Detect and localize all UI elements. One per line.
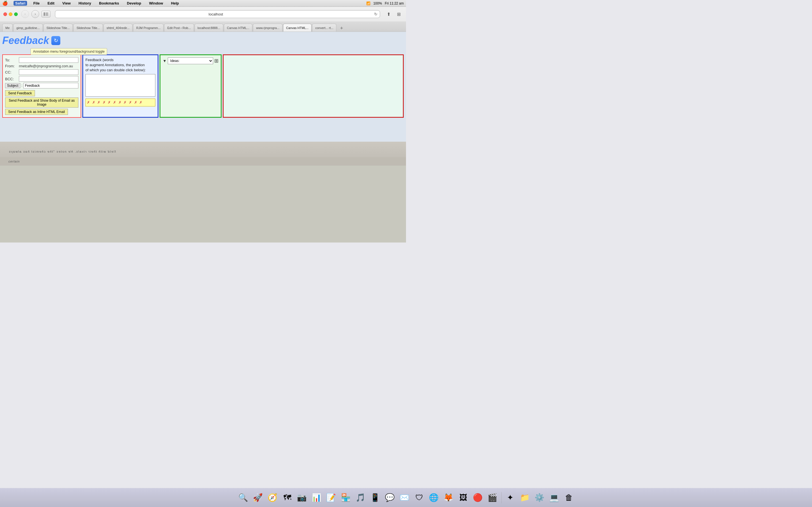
feedback-textarea[interactable] [86,74,155,97]
refresh-button[interactable]: ↻ [51,36,60,45]
ideas-panel: ▼ Ideas: Idea 1 Idea 2 ⊞ [160,54,221,118]
menu-edit[interactable]: Edit [46,1,56,6]
dropdown-triangle-icon: ▼ [163,59,167,63]
send-feedback-image-button[interactable]: Send Feedback and Show Body of Email as … [5,98,79,108]
cc-input[interactable] [19,69,79,75]
browser-toolbar: ‹ › ↻ ⬆ ⊞ [0,7,406,21]
apple-menu[interactable]: 🍎 [2,1,8,6]
browser-tabs: Me gimp_guillotine... Slideshow Title...… [0,21,406,32]
subject-sep: : [21,83,22,88]
from-row: From: rmetcalfe@rjmprogramming.com.au [5,64,79,68]
cc-label: CC: [5,70,18,74]
from-value: rmetcalfe@rjmprogramming.com.au [19,64,73,68]
battery-label: 100% [373,1,382,5]
menu-history[interactable]: History [77,1,93,6]
menu-bookmarks[interactable]: Bookmarks [97,1,121,6]
svg-rect-3 [45,15,48,15]
address-bar-container[interactable]: ↻ [55,10,380,18]
tab-rjm[interactable]: RJM Programm... [133,24,163,32]
reload-button[interactable]: ↻ [374,12,377,16]
feedback-text-panel: Feedback (words to augment Annotations, … [82,54,158,118]
to-input[interactable] [19,57,79,63]
send-feedback-inline-button[interactable]: Send Feedback as Inline HTML Email [5,109,68,115]
sidebar-button[interactable] [42,11,50,17]
new-tab-button[interactable]: ⊞ [395,10,403,18]
close-button[interactable] [3,12,7,16]
svg-rect-1 [45,13,48,13]
wifi-icon: 📶 [366,1,370,5]
tab-me[interactable]: Me [2,24,13,32]
page-content: Feedback ↻ Annotation menu foreground/ba… [0,32,406,242]
annotation-strip: ✗ ✗ ✗ ✗ ✗ ✗ ✗ ✗ ✗ ✗ ✗ [86,99,155,107]
menu-bar-right: 📶 100% Fri 11:22 am [366,1,404,5]
menu-window[interactable]: Window [147,1,165,6]
send-feedback-button[interactable]: Send Feedback [5,90,35,96]
tab-canvas2[interactable]: Canvas HTML... [283,24,312,32]
subject-input[interactable] [23,83,79,89]
minimize-button[interactable] [9,12,12,16]
tab-www[interactable]: www.rjmprogra... [253,24,283,32]
forward-button[interactable]: › [31,10,39,18]
empty-panel [223,54,404,118]
annotation-tooltip: Annotation menu foreground/background to… [31,48,107,55]
menu-develop[interactable]: Develop [125,1,143,6]
menu-safari[interactable]: Safari [13,1,27,6]
menu-view[interactable]: View [61,1,72,6]
ideas-stepper-icon[interactable]: ⊞ [214,58,218,64]
bcc-row: BCC: [5,76,79,82]
tab-canvas1[interactable]: Canvas HTML... [224,24,252,32]
panels-area: To: From: rmetcalfe@rjmprogramming.com.a… [2,54,404,118]
svg-rect-0 [44,12,45,16]
add-tab-button[interactable]: + [338,25,345,32]
cc-row: CC: [5,69,79,75]
doc-text-2: certain [8,160,20,163]
annotation-chars: ✗ ✗ ✗ ✗ ✗ ✗ ✗ ✗ ✗ ✗ ✗ [87,100,143,105]
feedback-panel-label: Feedback (words to augment Annotations, … [86,57,155,73]
ideas-select[interactable]: Ideas: Idea 1 Idea 2 [168,57,213,64]
tab-convert[interactable]: convert... rt... [312,24,336,32]
menu-help[interactable]: Help [169,1,181,6]
maximize-button[interactable] [14,12,18,16]
toolbar-right: ⬆ ⊞ [385,10,403,18]
tab-localhost[interactable]: localhost:8888... [195,24,223,32]
ideas-select-row: ▼ Ideas: Idea 1 Idea 2 ⊞ [163,57,218,64]
bcc-input[interactable] [19,76,79,82]
doc-mirrored-text: field with their rivals. He notes "the c… [8,150,116,153]
bcc-label: BCC: [5,77,18,81]
traffic-lights [3,12,18,16]
from-label: From: [5,64,18,68]
svg-rect-2 [45,14,48,14]
tab-gimp[interactable]: gimp_guillotine... [13,24,43,32]
to-row: To: [5,57,79,63]
back-button[interactable]: ‹ [21,10,29,18]
subject-row: Subject : [5,83,79,89]
menu-file[interactable]: File [32,1,41,6]
clock: Fri 11:22 am [385,1,404,5]
feedback-title-area: Feedback ↻ [2,35,60,47]
document-separator: certain [0,157,406,166]
tab-slideshow1[interactable]: Slideshow Title... [43,24,73,32]
to-label: To: [5,58,18,62]
tab-slideshow2[interactable]: Slideshow Title... [73,24,103,32]
document-area: field with their rivals. He notes "the c… [0,142,406,242]
subject-label: Subject [5,83,20,88]
menu-bar: 🍎 Safari File Edit View History Bookmark… [0,0,406,7]
tab-edit-post[interactable]: Edit Post ‹ Rob... [164,24,194,32]
email-panel: To: From: rmetcalfe@rjmprogramming.com.a… [2,54,81,118]
share-button[interactable]: ⬆ [385,10,393,18]
address-input[interactable] [57,12,374,16]
browser-chrome: ‹ › ↻ ⬆ ⊞ Me gimp_guillotine... Slidesho… [0,7,406,32]
tab-shtml[interactable]: shtml_404redir... [103,24,133,32]
page-title: Feedback [2,35,49,47]
